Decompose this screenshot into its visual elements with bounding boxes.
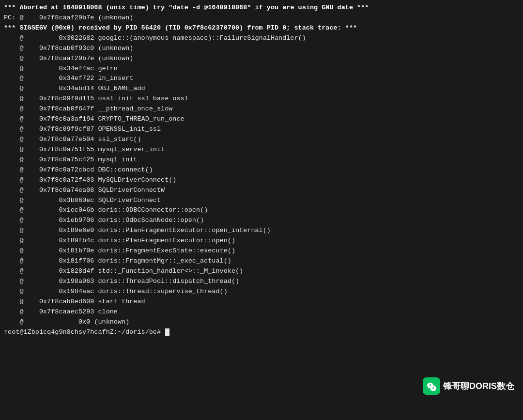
terminal-line: @ 0x3b060ec SQLDriverConnect [4,196,519,206]
command-prompt[interactable]: root@iZbp1cq4g9n8chsy7hcafhZ:~/doris/be# [4,327,519,338]
terminal-line: @ 0x7f8c0a74ea08 SQLDriverConnectW [4,186,519,196]
terminal-line: @ 0x7f8c09f9cf87 OPENSSL_init_ssl [4,124,519,135]
terminal-line: @ 0x189e6e9 doris::PlanFragmentExecutor:… [4,226,519,236]
wechat-icon [423,377,440,395]
terminal-line: @ 0x7f8cab0ed609 start_thread [4,297,519,307]
watermark: 锋哥聊DORIS数仓 [423,377,514,395]
terminal-line: @ 0x198a963 doris::ThreadPool::dispatch_… [4,277,519,287]
terminal-line: @ 0x1eb9706 doris::OdbcScanNode::open() [4,216,519,226]
terminal-line: @ 0x3022682 google::(anonymous namespace… [4,33,519,44]
watermark-label: 锋哥聊DORIS数仓 [443,380,514,392]
terminal-line: PC: @ 0x7f8caaf29b7e (unknown) [4,13,519,23]
terminal-line: @ 0x1828d4f std::_Function_handler<>::_M… [4,266,519,277]
terminal-line: @ 0x7f8c09f9d115 ossl_init_ssl_base_ossl… [4,94,519,104]
terminal-line: @ 0x7f8c0a751f55 mysql_server_init [4,145,519,155]
terminal-line: @ 0x7f8c0a77e504 ssl_start() [4,135,519,145]
terminal-line: @ 0x1984aac doris::Thread::supervise_thr… [4,287,519,297]
terminal-line: @ 0x7f8c0a75c425 mysql_init [4,155,519,165]
terminal-line: @ 0x7f8c0a72cbcd DBC::connect() [4,165,519,175]
terminal-line: @ 0x34ef722 lh_insert [4,74,519,84]
terminal-line: @ 0x0 (unknown) [4,317,519,327]
terminal-line: *** Aborted at 1640918068 (unix time) tr… [4,3,519,13]
terminal-line: @ 0x7f8caaec5293 clone [4,307,519,317]
terminal-window: *** Aborted at 1640918068 (unix time) tr… [0,0,523,420]
terminal-line: @ 0x7f8c0a72f403 MySQLDriverConnect() [4,175,519,186]
terminal-line: @ 0x34abd14 OBJ_NAME_add [4,84,519,94]
terminal-line: @ 0x181b70e doris::FragmentExecState::ex… [4,246,519,256]
terminal-line: @ 0x7f8c0a3af194 CRYPTO_THREAD_run_once [4,114,519,124]
cursor [165,328,169,336]
terminal-line: @ 0x1ec046b doris::ODBCConnector::open() [4,205,519,216]
terminal-line: @ 0x7f8caaf29b7e (unknown) [4,54,519,64]
terminal-line: *** SIGSEGV (@0x0) received by PID 56420… [4,23,519,33]
terminal-line: @ 0x181f706 doris::FragmentMgr::_exec_ac… [4,256,519,266]
terminal-line: @ 0x189fb4c doris::PlanFragmentExecutor:… [4,236,519,246]
terminal-line: @ 0x34ef4ac getrn [4,64,519,74]
terminal-line: @ 0x7f8cab0f647f __pthread_once_slow [4,104,519,114]
terminal-line: @ 0x7f8cab0f93c0 (unknown) [4,44,519,54]
